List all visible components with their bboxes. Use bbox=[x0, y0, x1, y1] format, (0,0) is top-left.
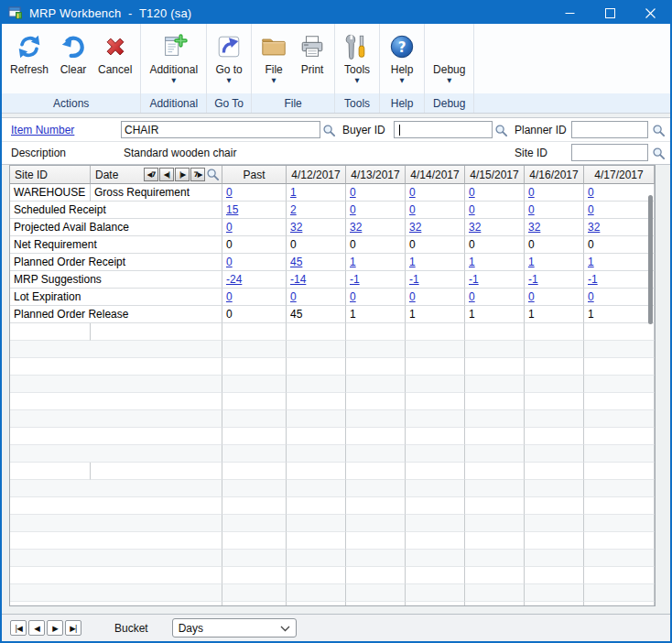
footer: |◀◀▶▶| Bucket Days bbox=[2, 614, 670, 641]
grid-empty-row bbox=[10, 323, 655, 341]
grid-value[interactable]: 1 bbox=[350, 256, 356, 268]
grid-value[interactable]: 1 bbox=[528, 256, 535, 268]
record-prev-button[interactable]: ◀ bbox=[28, 620, 45, 636]
grid-value[interactable]: 0 bbox=[469, 290, 475, 303]
grid-value[interactable]: 1 bbox=[409, 256, 416, 268]
record-next-button[interactable]: ▶ bbox=[47, 620, 63, 636]
grid-value[interactable]: -14 bbox=[290, 273, 306, 286]
grid-value[interactable]: -1 bbox=[469, 273, 479, 286]
grid-cell: 0 bbox=[584, 184, 655, 202]
maximize-button[interactable] bbox=[590, 2, 630, 24]
file-button[interactable]: File▼ bbox=[255, 27, 293, 93]
grid-value[interactable]: 0 bbox=[226, 221, 233, 234]
grid-value[interactable]: 0 bbox=[350, 203, 356, 216]
grid-value[interactable]: -1 bbox=[409, 273, 419, 286]
goto-icon bbox=[215, 29, 243, 63]
grid-value[interactable]: 32 bbox=[588, 221, 600, 234]
bucket-select[interactable]: Days bbox=[172, 618, 297, 638]
toolbar-group-label: Go To bbox=[207, 93, 251, 113]
grid-value: 0 bbox=[409, 238, 416, 251]
bucket-label: Bucket bbox=[114, 622, 148, 635]
grid-value: 0 bbox=[226, 238, 233, 251]
grid-value[interactable]: -1 bbox=[588, 273, 598, 286]
record-last-button[interactable]: ▶| bbox=[65, 620, 81, 636]
grid-value[interactable]: 1 bbox=[290, 186, 297, 199]
site-id-lookup-button[interactable] bbox=[651, 146, 666, 160]
grid-value[interactable]: 1 bbox=[588, 256, 594, 268]
grid-value[interactable]: 32 bbox=[290, 221, 302, 234]
grid-value[interactable]: 0 bbox=[290, 290, 297, 303]
date-nav-button-3[interactable]: |▶ bbox=[175, 168, 190, 181]
grid-value[interactable]: 1 bbox=[469, 256, 475, 268]
grid-value[interactable]: 0 bbox=[528, 290, 535, 303]
grid-value[interactable]: 0 bbox=[469, 203, 475, 216]
record-first-button[interactable]: |◀ bbox=[10, 620, 27, 636]
grid-value[interactable]: 32 bbox=[350, 221, 362, 234]
grid-value[interactable]: 0 bbox=[226, 256, 233, 268]
grid-value[interactable]: 0 bbox=[409, 203, 416, 216]
cancel-button[interactable]: Cancel bbox=[92, 27, 137, 93]
grid-value[interactable]: 0 bbox=[350, 290, 356, 303]
help-button[interactable]: ?Help▼ bbox=[383, 27, 421, 93]
print-button[interactable]: Print bbox=[293, 27, 331, 93]
site-cell: WAREHOUSE bbox=[10, 184, 91, 202]
grid-value: 0 bbox=[350, 238, 356, 251]
grid-row: Lot Expiration0000000 bbox=[10, 289, 655, 306]
tools-button[interactable]: Tools▼ bbox=[338, 27, 376, 93]
grid-value[interactable]: 0 bbox=[528, 186, 535, 199]
buyer-id-lookup-button[interactable] bbox=[493, 123, 508, 137]
grid-empty-row bbox=[10, 550, 655, 567]
grid-value: 0 bbox=[226, 308, 233, 321]
grid-scrollbar[interactable] bbox=[648, 195, 653, 324]
grid-value[interactable]: 2 bbox=[290, 203, 297, 216]
date-lookup-button[interactable] bbox=[205, 168, 221, 182]
grid-value[interactable]: 0 bbox=[409, 290, 416, 303]
grid-header-col: 4/16/2017 bbox=[525, 166, 584, 184]
grid-cell: 0 bbox=[222, 236, 287, 254]
go-to-button[interactable]: Go to▼ bbox=[210, 27, 248, 93]
grid-value: 45 bbox=[290, 308, 302, 321]
grid-value[interactable]: 0 bbox=[528, 203, 535, 216]
grid-value[interactable]: -1 bbox=[528, 273, 538, 286]
grid-cell: 2 bbox=[287, 202, 346, 219]
grid-value[interactable]: 0 bbox=[350, 186, 356, 199]
grid-cell: 0 bbox=[346, 184, 406, 202]
grid-value[interactable]: 0 bbox=[588, 186, 594, 199]
grid-cell: 0 bbox=[406, 289, 465, 306]
additional-button[interactable]: Additional▼ bbox=[144, 27, 203, 93]
grid-value[interactable]: 0 bbox=[588, 203, 594, 216]
grid-value: 0 bbox=[469, 238, 475, 251]
grid-value[interactable]: 45 bbox=[290, 256, 302, 268]
grid-value[interactable]: 32 bbox=[469, 221, 481, 234]
grid-value[interactable]: 32 bbox=[409, 221, 421, 234]
grid-value[interactable]: -1 bbox=[350, 273, 360, 286]
item-number-lookup-button[interactable] bbox=[321, 123, 336, 137]
date-nav-button-2[interactable]: ◀| bbox=[159, 168, 174, 181]
grid-value[interactable]: 15 bbox=[226, 203, 238, 216]
minimize-button[interactable] bbox=[549, 2, 590, 24]
grid-cell: 0 bbox=[584, 202, 655, 219]
item-number-input[interactable]: CHAIR bbox=[121, 121, 320, 138]
planner-id-lookup-button[interactable] bbox=[651, 123, 666, 137]
refresh-button[interactable]: Refresh bbox=[5, 27, 54, 93]
debug-button[interactable]: Debug▼ bbox=[428, 27, 471, 93]
grid-value[interactable]: 0 bbox=[469, 186, 475, 199]
grid-value[interactable]: 32 bbox=[528, 221, 540, 234]
date-nav-button-1[interactable]: ◀7 bbox=[144, 168, 158, 181]
planner-id-input[interactable] bbox=[571, 121, 648, 138]
grid-value[interactable]: 0 bbox=[588, 290, 594, 303]
grid-cell: 0 bbox=[465, 289, 525, 306]
grid-value[interactable]: -24 bbox=[226, 273, 242, 286]
clear-button[interactable]: Clear bbox=[54, 27, 92, 93]
date-nav-button-4[interactable]: 7▶ bbox=[190, 168, 205, 181]
grid-value[interactable]: 0 bbox=[226, 186, 233, 199]
grid-value[interactable]: 0 bbox=[409, 186, 416, 199]
site-id-input[interactable] bbox=[571, 144, 648, 161]
close-button[interactable] bbox=[630, 2, 670, 24]
item-number-link[interactable]: Item Number bbox=[11, 124, 74, 136]
buyer-id-input[interactable] bbox=[394, 121, 493, 138]
grid-row: Projected Avail Balance0323232323232 bbox=[10, 219, 655, 236]
grid-cell: 32 bbox=[465, 219, 525, 236]
grid-value[interactable]: 0 bbox=[226, 290, 233, 303]
grid-cell: 0 bbox=[287, 236, 346, 254]
